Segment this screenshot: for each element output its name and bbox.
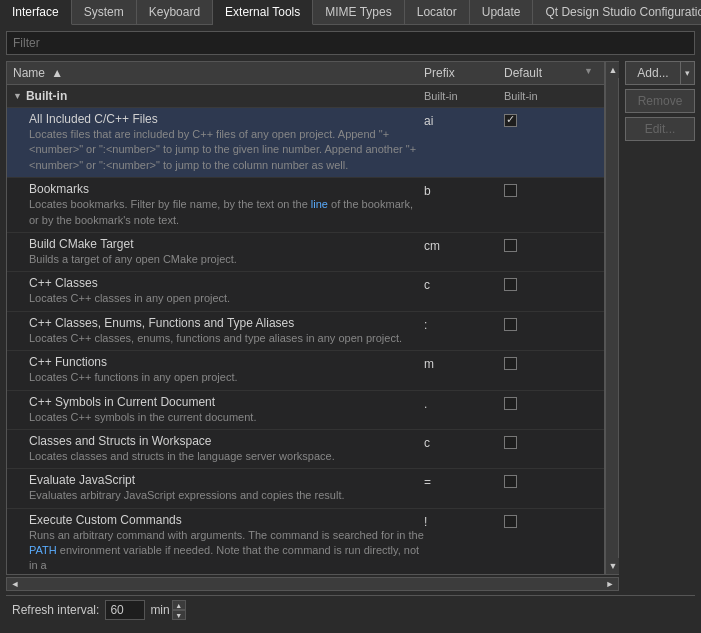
- locator-table: Name ▲ Prefix Default ▼ ▼ Built-in Bu: [6, 61, 605, 575]
- row-checkbox[interactable]: [504, 436, 517, 449]
- main-content: Name ▲ Prefix Default ▼ ▼ Built-in Bu: [0, 25, 701, 630]
- table-row[interactable]: Bookmarks Locates bookmarks. Filter by f…: [7, 178, 604, 233]
- row-title: Classes and Structs in Workspace: [29, 434, 424, 448]
- row-desc: Locates C++ symbols in the current docum…: [29, 410, 424, 425]
- table-row[interactable]: C++ Functions Locates C++ functions in a…: [7, 351, 604, 390]
- row-title: All Included C/C++ Files: [29, 112, 424, 126]
- row-prefix: c: [424, 276, 504, 292]
- row-desc: Locates files that are included by C++ f…: [29, 127, 424, 173]
- scroll-right-button[interactable]: ►: [602, 578, 618, 590]
- row-desc: Evaluates arbitrary JavaScript expressio…: [29, 488, 424, 503]
- spin-down-button[interactable]: ▼: [172, 610, 186, 620]
- row-title: Bookmarks: [29, 182, 424, 196]
- content-area: Name ▲ Prefix Default ▼ ▼ Built-in Bu: [6, 61, 695, 591]
- row-desc: Locates C++ classes in any open project.: [29, 291, 424, 306]
- row-desc: Runs an arbitrary command with arguments…: [29, 528, 424, 574]
- scroll-up-button[interactable]: ▲: [606, 62, 619, 78]
- row-checkbox[interactable]: [504, 239, 517, 252]
- scroll-left-button[interactable]: ◄: [7, 578, 23, 590]
- table-row[interactable]: Execute Custom Commands Runs an arbitrar…: [7, 509, 604, 575]
- row-checkbox[interactable]: [504, 475, 517, 488]
- row-title: C++ Functions: [29, 355, 424, 369]
- row-prefix: =: [424, 473, 504, 489]
- row-title: C++ Symbols in Current Document: [29, 395, 424, 409]
- add-dropdown-button[interactable]: ▾: [680, 61, 695, 85]
- add-button-group: Add... ▾: [625, 61, 695, 85]
- row-desc: Locates bookmarks. Filter by file name, …: [29, 197, 424, 228]
- row-default: [504, 237, 584, 255]
- row-default: [504, 112, 584, 130]
- row-checkbox[interactable]: [504, 397, 517, 410]
- row-checkbox[interactable]: [504, 515, 517, 528]
- row-checkbox[interactable]: [504, 357, 517, 370]
- h-scroll-bar: ◄ ►: [6, 577, 619, 591]
- row-default: [504, 182, 584, 200]
- edit-button[interactable]: Edit...: [625, 117, 695, 141]
- header-scroll: ▼: [584, 66, 598, 80]
- group-collapse-icon[interactable]: ▼: [13, 91, 22, 101]
- filter-input[interactable]: [6, 31, 695, 55]
- filter-bar: [6, 31, 695, 55]
- row-prefix: b: [424, 182, 504, 198]
- group-prefix: Built-in: [424, 90, 504, 102]
- refresh-input[interactable]: [105, 600, 145, 620]
- table-row[interactable]: All Included C/C++ Files Locates files t…: [7, 108, 604, 178]
- row-title: C++ Classes, Enums, Functions and Type A…: [29, 316, 424, 330]
- group-default: Built-in: [504, 90, 584, 102]
- table-row[interactable]: Build CMake Target Builds a target of an…: [7, 233, 604, 272]
- row-title: Build CMake Target: [29, 237, 424, 251]
- tab-qt-design[interactable]: Qt Design Studio Configuration: [533, 0, 701, 24]
- spin-up-button[interactable]: ▲: [172, 600, 186, 610]
- row-prefix: .: [424, 395, 504, 411]
- row-checkbox[interactable]: [504, 184, 517, 197]
- row-prefix: :: [424, 316, 504, 332]
- refresh-spinner: ▲ ▼: [172, 600, 186, 620]
- refresh-label: Refresh interval:: [12, 603, 99, 617]
- sort-arrow: ▲: [51, 66, 63, 80]
- scrollbar-track: [606, 78, 618, 558]
- row-prefix: m: [424, 355, 504, 371]
- row-default: [504, 473, 584, 491]
- row-desc: Builds a target of any open CMake projec…: [29, 252, 424, 267]
- group-label: Built-in: [26, 89, 67, 103]
- row-default: [504, 513, 584, 531]
- row-default: [504, 395, 584, 413]
- row-title: C++ Classes: [29, 276, 424, 290]
- row-default: [504, 276, 584, 294]
- row-checkbox[interactable]: [504, 278, 517, 291]
- action-buttons: Add... ▾ Remove Edit...: [625, 61, 695, 591]
- tab-locator[interactable]: Locator: [405, 0, 470, 24]
- tab-mime-types[interactable]: MIME Types: [313, 0, 404, 24]
- row-prefix: !: [424, 513, 504, 529]
- row-desc: Locates C++ classes, enums, functions an…: [29, 331, 424, 346]
- row-desc: Locates classes and structs in the langu…: [29, 449, 424, 464]
- remove-button[interactable]: Remove: [625, 89, 695, 113]
- tab-system[interactable]: System: [72, 0, 137, 24]
- table-row[interactable]: C++ Classes Locates C++ classes in any o…: [7, 272, 604, 311]
- row-prefix: cm: [424, 237, 504, 253]
- tab-update[interactable]: Update: [470, 0, 534, 24]
- tab-bar: Interface System Keyboard External Tools…: [0, 0, 701, 25]
- tab-external-tools[interactable]: External Tools: [213, 0, 313, 25]
- add-button[interactable]: Add...: [625, 61, 680, 85]
- table-row[interactable]: C++ Symbols in Current Document Locates …: [7, 391, 604, 430]
- table-row[interactable]: Evaluate JavaScript Evaluates arbitrary …: [7, 469, 604, 508]
- row-title: Execute Custom Commands: [29, 513, 424, 527]
- col-name: Name ▲: [13, 66, 424, 80]
- row-default: [504, 434, 584, 452]
- scroll-down-button[interactable]: ▼: [606, 558, 619, 574]
- tab-interface[interactable]: Interface: [0, 0, 72, 25]
- row-default: [504, 316, 584, 334]
- row-prefix: ai: [424, 112, 504, 128]
- refresh-value: min ▲ ▼: [105, 600, 185, 620]
- table-header: Name ▲ Prefix Default ▼: [7, 62, 604, 85]
- table-row[interactable]: C++ Classes, Enums, Functions and Type A…: [7, 312, 604, 351]
- col-prefix: Prefix: [424, 66, 504, 80]
- row-desc: Locates C++ functions in any open projec…: [29, 370, 424, 385]
- row-checkbox[interactable]: [504, 114, 517, 127]
- table-row[interactable]: Classes and Structs in Workspace Locates…: [7, 430, 604, 469]
- row-title: Evaluate JavaScript: [29, 473, 424, 487]
- tab-keyboard[interactable]: Keyboard: [137, 0, 213, 24]
- bottom-bar: Refresh interval: min ▲ ▼: [6, 595, 695, 624]
- row-checkbox[interactable]: [504, 318, 517, 331]
